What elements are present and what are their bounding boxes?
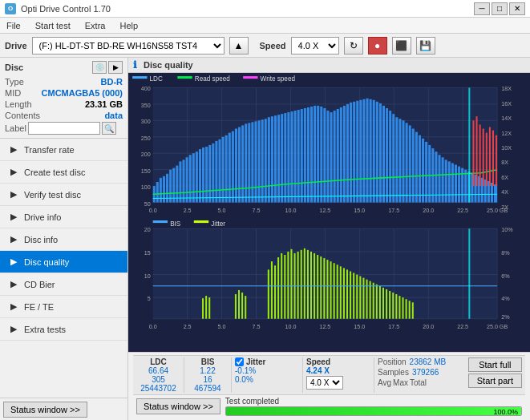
nav-icon-fe-te: ▶: [8, 301, 19, 313]
maximize-button[interactable]: □: [492, 2, 508, 15]
status-bar: Status window >>: [0, 398, 127, 420]
nav-item-extra-tests[interactable]: ▶Extra tests: [0, 318, 127, 341]
menu-item-help[interactable]: Help: [116, 21, 141, 30]
svg-text:7.5: 7.5: [253, 208, 261, 214]
status-window-button[interactable]: Status window >>: [136, 398, 220, 414]
svg-rect-259: [208, 298, 210, 320]
svg-rect-145: [451, 164, 454, 203]
start-full-button[interactable]: Start full: [468, 357, 522, 372]
settings-btn2[interactable]: ⬛: [392, 37, 411, 55]
drive-select[interactable]: (F:) HL-DT-ST BD-RE WH16NS58 TST4: [32, 37, 225, 55]
svg-rect-250: [406, 300, 407, 320]
svg-text:15.0: 15.0: [354, 208, 365, 214]
menu-item-start-test[interactable]: Start test: [32, 21, 74, 30]
svg-rect-132: [409, 126, 411, 203]
svg-rect-122: [376, 102, 378, 203]
main-area: Disc 💿 ▶ Type BD-R MID CMCMAGBA5 (000) L…: [0, 58, 530, 420]
refresh-button[interactable]: ↻: [344, 37, 363, 55]
svg-rect-59: [169, 170, 172, 203]
svg-rect-164: [489, 127, 491, 187]
svg-rect-131: [406, 123, 408, 203]
svg-rect-165: [492, 131, 494, 187]
svg-rect-104: [317, 106, 319, 203]
window-controls: ─ □ ✕: [474, 2, 525, 15]
svg-rect-117: [359, 100, 362, 203]
svg-rect-233: [350, 272, 351, 319]
jitter-checkbox[interactable]: [235, 357, 244, 366]
svg-rect-97: [294, 111, 297, 203]
label-input[interactable]: [28, 122, 100, 135]
svg-rect-101: [307, 107, 310, 203]
total-label: Total: [410, 378, 427, 387]
menu-item-extra[interactable]: Extra: [82, 21, 109, 30]
label-go-btn[interactable]: 🔍: [102, 122, 116, 135]
svg-rect-235: [356, 275, 358, 319]
disc-icon-btn2[interactable]: ▶: [108, 61, 123, 74]
svg-text:10%: 10%: [501, 228, 513, 234]
svg-text:5.0: 5.0: [218, 208, 226, 214]
status-window-button[interactable]: Status window >>: [3, 402, 87, 418]
nav-item-disc-info[interactable]: ▶Disc info: [0, 228, 127, 251]
svg-rect-220: [307, 250, 309, 319]
svg-rect-232: [346, 270, 348, 319]
save-button[interactable]: 💾: [416, 37, 435, 55]
ldc-header: LDC: [150, 357, 167, 366]
ldc-max: 305: [152, 375, 165, 384]
eject-button[interactable]: ▲: [229, 37, 249, 55]
nav-item-fe-te[interactable]: ▶FE / TE: [0, 296, 127, 318]
bis-avg: 1.22: [200, 366, 215, 375]
minimize-button[interactable]: ─: [474, 2, 490, 15]
svg-text:12.5: 12.5: [319, 208, 330, 214]
nav-item-disc-quality[interactable]: ▶Disc quality: [0, 251, 127, 273]
nav-item-transfer-rate[interactable]: ▶Transfer rate: [0, 139, 127, 161]
svg-rect-91: [274, 116, 277, 203]
svg-rect-83: [248, 123, 250, 203]
nav-item-create-test-disc[interactable]: ▶Create test disc: [0, 161, 127, 184]
svg-rect-127: [392, 114, 394, 202]
svg-rect-72: [212, 143, 214, 203]
svg-rect-70: [205, 147, 208, 203]
disc-icon-btn1[interactable]: 💿: [92, 61, 107, 74]
svg-rect-114: [350, 103, 352, 203]
svg-rect-245: [389, 291, 390, 319]
position-val: 23862 MB: [410, 357, 447, 366]
svg-text:17.5: 17.5: [388, 324, 399, 330]
svg-rect-158: [494, 184, 497, 202]
svg-rect-237: [362, 278, 364, 319]
svg-text:0.0: 0.0: [149, 324, 157, 330]
speed-select[interactable]: 4.0 X: [306, 376, 343, 390]
svg-rect-55: [156, 182, 159, 203]
close-button[interactable]: ✕: [509, 2, 525, 15]
label-text: Label: [5, 123, 26, 133]
svg-text:18X: 18X: [501, 87, 512, 93]
svg-text:15.0: 15.0: [354, 324, 365, 330]
svg-rect-82: [245, 124, 247, 203]
length-label: Length: [5, 99, 32, 109]
svg-rect-99: [301, 109, 303, 203]
svg-text:LDC: LDC: [150, 76, 163, 83]
svg-text:20: 20: [144, 228, 151, 234]
nav-item-verify-test-disc[interactable]: ▶Verify test disc: [0, 184, 127, 206]
progress-label: 100.0%: [493, 407, 518, 416]
svg-rect-130: [402, 121, 404, 203]
svg-rect-223: [317, 255, 318, 319]
svg-rect-96: [290, 111, 293, 202]
settings-btn1[interactable]: ●: [368, 37, 387, 55]
svg-text:5.0: 5.0: [218, 324, 226, 330]
svg-rect-135: [419, 135, 421, 203]
nav-item-drive-info[interactable]: ▶Drive info: [0, 206, 127, 228]
svg-text:50: 50: [144, 201, 151, 208]
start-part-button[interactable]: Start part: [468, 374, 522, 388]
svg-rect-92: [277, 115, 280, 203]
svg-rect-258: [205, 296, 207, 319]
svg-rect-108: [330, 112, 333, 202]
svg-rect-214: [287, 252, 289, 319]
svg-rect-62: [179, 162, 181, 203]
nav-item-cd-bier[interactable]: ▶CD Bier: [0, 273, 127, 296]
menu-item-file[interactable]: File: [3, 21, 24, 30]
svg-rect-129: [399, 119, 401, 203]
speed-select[interactable]: 4.0 X: [291, 37, 339, 55]
svg-text:2%: 2%: [501, 314, 510, 321]
svg-rect-119: [366, 99, 369, 203]
svg-rect-5: [243, 76, 257, 79]
